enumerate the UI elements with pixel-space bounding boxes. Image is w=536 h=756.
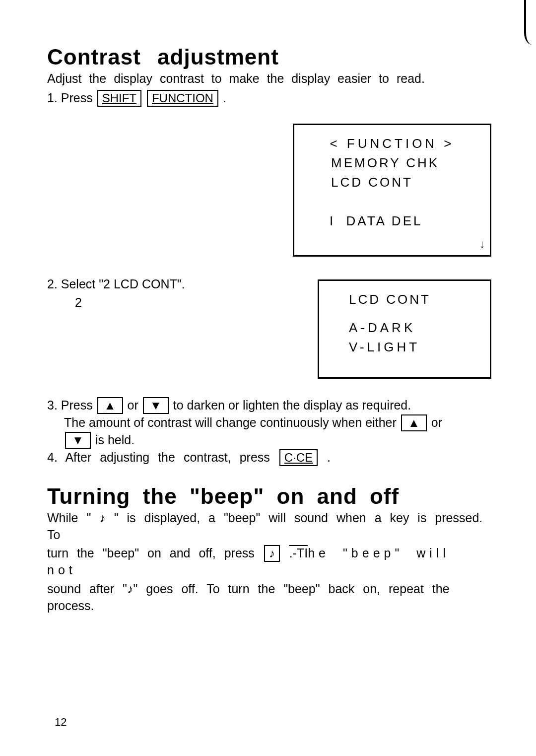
step-3-line3: ▼ is held.	[47, 431, 491, 449]
key-note-icon: ♪	[264, 545, 280, 562]
screen1-heading: < FUNCTION >	[307, 134, 477, 153]
screen2-l2: A-DARK	[332, 318, 477, 338]
step3-line2b: or	[431, 415, 442, 429]
step-4: 4. After adjusting the contrast, press C…	[47, 449, 491, 466]
key-down-arrow-icon: ▼	[143, 397, 169, 414]
note-icon: ♪	[99, 511, 106, 525]
beep-line2: turn the "beep" on and off, press ♪ .-TI…	[47, 545, 491, 579]
key-up-arrow-icon-2: ▲	[401, 414, 427, 431]
key-function: FUNCTION	[147, 90, 218, 107]
key-up-arrow-icon: ▲	[97, 397, 123, 414]
step-2-number: 2	[47, 294, 318, 311]
step3-line2a: The amount of contrast will change conti…	[64, 415, 400, 429]
key-cce: C·CE	[279, 449, 318, 466]
step3-pre: 3. Press	[47, 398, 96, 412]
beep-ocr-fragment: .-TI	[289, 546, 308, 560]
step4-pre: 4. After adjusting the contrast, press	[47, 450, 278, 464]
screen1-l2: LCD CONT	[307, 173, 477, 192]
step-3-line1: 3. Press ▲ or ▼ to darken or lighten the…	[47, 397, 491, 414]
beep-line1: While " ♪ " is displayed, a "beep" will …	[47, 510, 491, 544]
beep-p1a: While "	[47, 511, 99, 525]
screen2-l1: LCD CONT	[332, 290, 477, 309]
step3-mid2: to darken or lighten the display as requ…	[173, 398, 411, 412]
note-icon-2: ♪	[127, 582, 134, 596]
beep-p1b: " is displayed, a "beep" will sound when…	[47, 511, 482, 542]
screen2-l3: V-LIGHT	[332, 338, 477, 357]
key-shift: SHIFT	[97, 90, 141, 107]
page-number: 12	[55, 716, 67, 729]
screen1-l3-row: I DATA DEL	[307, 192, 477, 250]
step-3-line2: The amount of contrast will change conti…	[47, 414, 491, 431]
scan-binding-mark	[524, 0, 532, 45]
lcd-screen-function-menu: < FUNCTION > MEMORY CHK LCD CONT I DATA …	[293, 124, 491, 257]
intro-text: Adjust the display contrast to make the …	[47, 70, 491, 87]
beep-p3a: sound after "	[47, 582, 127, 596]
step3-line3-text: is held.	[95, 433, 134, 447]
lcd-screen-contrast: LCD CONT A-DARK V-LIGHT	[318, 279, 491, 379]
key-down-arrow-icon-2: ▼	[65, 432, 91, 449]
step3-mid1: or	[128, 398, 142, 412]
screen1-l3-prefix: I	[330, 213, 346, 228]
step-1: 1. Press SHIFT FUNCTION .	[47, 89, 491, 107]
heading-beep: Turning the "beep" on and off	[47, 484, 491, 509]
beep-p2a: turn the "beep" on and off, press	[47, 546, 263, 560]
screen1-l1: MEMORY CHK	[307, 153, 477, 173]
screen1-l3: DATA DEL	[346, 213, 423, 228]
step-2: 2. Select "2 LCD CONT".	[47, 275, 318, 293]
step1-pre: 1. Press	[47, 91, 96, 105]
screen1-down-arrow-icon: ↓	[479, 236, 485, 252]
heading-contrast: Contrast adjustment	[47, 45, 491, 69]
beep-line3: sound after "♪" goes off. To turn the "b…	[47, 581, 491, 615]
